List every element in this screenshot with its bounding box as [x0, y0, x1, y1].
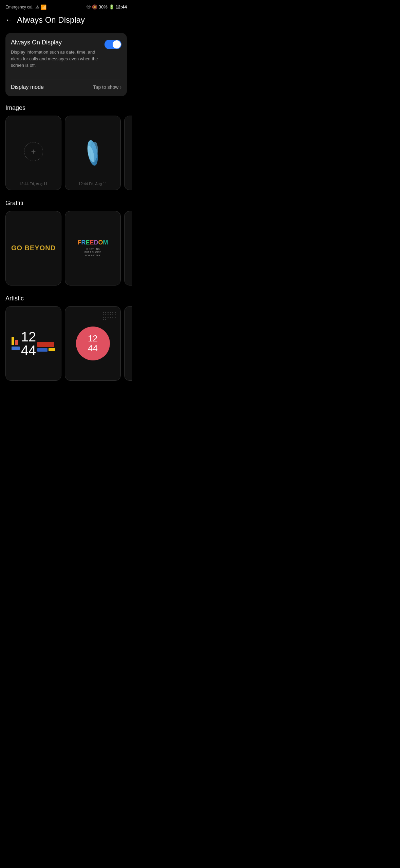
freedom-subtext: IS NOTHINGBUT A CHOICEFOR BETTER: [84, 248, 101, 257]
dot: [103, 314, 104, 315]
aod-card-desc: Display information such as date, time, …: [11, 49, 100, 69]
dot: [108, 317, 109, 318]
status-left: Emergency cal...⚠ 📶: [5, 4, 46, 10]
dot: [115, 317, 116, 318]
status-right: Ⓝ 🔕 30% 🔋 12:44: [87, 4, 127, 10]
divider: [11, 79, 121, 79]
chevron-right-icon: ›: [120, 84, 121, 90]
aod-description-block: Always On Display Display information su…: [11, 39, 100, 74]
artistic-circle-card[interactable]: 12 44: [65, 306, 121, 381]
add-image-card[interactable]: + 12:44 Fri, Aug 11: [5, 116, 61, 190]
aod-toggle-row: Always On Display Display information su…: [11, 39, 121, 74]
freedom-letter-r: R: [81, 239, 85, 246]
freedom-letter-o: O: [98, 239, 103, 246]
dot: [110, 314, 111, 315]
graffiti-freedom[interactable]: F R E E D O M IS NOTHINGBUT A CHOICEFOR …: [65, 211, 121, 285]
blue-bird-svg: [83, 138, 102, 168]
tap-to-show-text: Tap to show: [93, 84, 119, 90]
dot: [105, 317, 106, 318]
block-yellow-1: [12, 337, 14, 345]
dot: [115, 312, 116, 313]
freedom-letter-e2: E: [90, 239, 94, 246]
block-yellow-2: [49, 348, 55, 351]
aod-toggle[interactable]: [104, 40, 121, 49]
freedom-letter-m: M: [103, 239, 108, 246]
dot-pattern: [100, 307, 120, 380]
dot: [108, 314, 109, 315]
artistic-scroll[interactable]: 12 44: [0, 306, 132, 381]
dot: [112, 312, 113, 313]
dot: [115, 314, 116, 315]
dot: [112, 314, 113, 315]
dot: [105, 319, 106, 320]
wifi-icon: 📶: [41, 4, 46, 10]
image-card-blue-bird[interactable]: 12:44 Fri, Aug 11: [65, 116, 121, 190]
dot: [103, 312, 104, 313]
dot: [103, 319, 104, 320]
dot: [112, 317, 113, 318]
add-card-timestamp: 12:44 Fri, Aug 11: [19, 182, 48, 186]
block-blue-2: [37, 348, 47, 352]
circle-minute: 44: [88, 343, 98, 353]
emergency-call-text: Emergency cal...⚠: [5, 5, 39, 9]
graffiti-section-title: Graffiti: [0, 200, 132, 207]
art-circle-time: 12 44: [88, 334, 98, 353]
circle-hour: 12: [88, 333, 98, 343]
dot: [103, 317, 104, 318]
battery-text: 30%: [99, 4, 108, 9]
add-circle-icon: +: [24, 142, 43, 161]
dot: [105, 312, 106, 313]
silent-icon: 🔕: [92, 4, 97, 9]
battery-icon: 🔋: [109, 4, 114, 9]
freedom-letter-e1: E: [85, 239, 90, 246]
aod-card-title: Always On Display: [11, 39, 100, 46]
go-beyond-text: GO BEYOND: [11, 244, 56, 252]
tap-to-show[interactable]: Tap to show ›: [93, 84, 121, 90]
art-minute: 44: [21, 343, 36, 357]
status-bar: Emergency cal...⚠ 📶 Ⓝ 🔕 30% 🔋 12:44: [0, 0, 132, 13]
dot: [110, 317, 111, 318]
art-hour: 12: [21, 330, 36, 343]
freedom-letter-f: F: [77, 239, 81, 246]
display-mode-label: Display mode: [11, 84, 44, 90]
image-card-gold-bird[interactable]: 12:44 Fri, Aug: [124, 116, 132, 190]
nfc-icon: Ⓝ: [87, 4, 91, 10]
art-circle-container: 12 44: [65, 307, 120, 380]
images-scroll[interactable]: + 12:44 Fri, Aug 11 12:44 Fri, Aug 11: [0, 116, 132, 190]
toggle-knob: [113, 40, 121, 48]
block-red-1: [15, 340, 18, 345]
art-blocks-right: [37, 342, 55, 352]
block-red-2: [37, 342, 54, 347]
page-header: ← Always On Display: [0, 13, 132, 30]
time-display: 12:44: [116, 4, 127, 9]
art-blocks-left: [12, 337, 20, 350]
page-title: Always On Display: [17, 15, 85, 25]
dot: [110, 312, 111, 313]
freedom-text: F R E E D O M: [77, 239, 108, 246]
freedom-letter-d: D: [94, 239, 98, 246]
graffiti-beyond-innovate[interactable]: BEYON INNOVAT: [124, 211, 132, 285]
graffiti-go-beyond[interactable]: GO BEYOND: [5, 211, 61, 285]
dot: [105, 314, 106, 315]
blue-bird-timestamp: 12:44 Fri, Aug 11: [79, 182, 107, 186]
dot: [108, 312, 109, 313]
artistic-section-title: Artistic: [0, 295, 132, 302]
art-time-display: 12 44: [21, 330, 36, 357]
artistic-blocks-card[interactable]: 12 44: [5, 306, 61, 381]
images-section-title: Images: [0, 104, 132, 112]
back-button[interactable]: ←: [5, 16, 13, 24]
display-mode-row[interactable]: Display mode Tap to show ›: [11, 84, 121, 90]
graffiti-scroll[interactable]: GO BEYOND F R E E D O M IS NOTHINGBUT A …: [0, 211, 132, 285]
artistic-ring-card[interactable]: 12 44: [124, 306, 132, 381]
art-ring-container: 12 44: [125, 307, 132, 380]
block-blue-1: [12, 347, 20, 350]
aod-settings-card: Always On Display Display information su…: [5, 33, 127, 96]
